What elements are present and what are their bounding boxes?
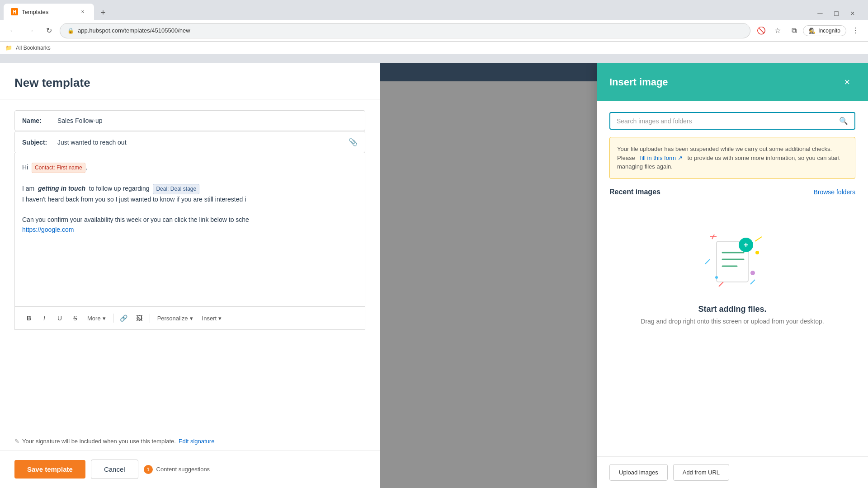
more-label: More <box>87 315 101 322</box>
content-suggestions-label: Content suggestions <box>156 466 210 473</box>
email-body[interactable]: Hi Contact: First name, I am getting in … <box>14 153 365 307</box>
browser-toolbar: ← → ↻ 🔒 app.hubspot.com/templates/451055… <box>0 20 868 42</box>
panel-body: 🔍 Your file uploader has been suspended … <box>597 101 868 456</box>
tab-close-button[interactable]: × <box>79 8 87 16</box>
body-bold-italic: getting in touch <box>38 185 85 192</box>
bold-button[interactable]: B <box>22 311 36 325</box>
panel-footer: Upload images Add from URL <box>597 456 868 488</box>
subject-label: Subject: <box>22 139 54 146</box>
body-text4: Can you confirm your availability this w… <box>22 215 358 225</box>
svg-point-8 <box>755 251 759 254</box>
greeting-text: Hi <box>22 164 28 171</box>
cancel-button[interactable]: Cancel <box>91 460 138 479</box>
eyeoff-icon[interactable]: 🚫 <box>754 23 769 38</box>
deal-token: Deal: Deal stage <box>153 184 199 194</box>
name-value: Sales Follow-up <box>57 117 358 124</box>
browse-folders-link[interactable]: Browse folders <box>813 188 855 196</box>
tab-bar: H Templates × + ─ □ × <box>0 0 868 20</box>
subject-field[interactable]: Subject: Just wanted to reach out 📎 <box>14 131 365 153</box>
content-suggestions[interactable]: 1 Content suggestions <box>144 465 210 474</box>
personalize-label: Personalize <box>157 315 188 322</box>
insert-image-panel: Insert image × 🔍 Your file uploader has … <box>597 63 868 488</box>
signature-text: Your signature will be included when you… <box>22 438 176 445</box>
maximize-button[interactable]: □ <box>830 7 843 20</box>
toolbar-separator-2 <box>150 314 150 323</box>
toolbar-separator-1 <box>113 314 113 323</box>
link-button[interactable]: 🔗 <box>117 311 131 325</box>
svg-line-11 <box>755 237 762 241</box>
address-bar[interactable]: 🔒 app.hubspot.com/templates/45105500/new <box>60 23 750 38</box>
svg-text:+: + <box>744 240 749 249</box>
empty-state: + Start adding files. <box>609 205 855 343</box>
insert-dropdown[interactable]: Insert ▾ <box>198 313 226 324</box>
empty-illustration: + <box>696 223 769 296</box>
modal-header: New template <box>0 63 380 99</box>
new-tab-button[interactable]: + <box>96 5 110 20</box>
image-button[interactable]: 🖼 <box>132 311 146 325</box>
search-icon: 🔍 <box>839 117 848 125</box>
bookmarks-label: All Bookmarks <box>16 45 51 51</box>
tab-title: Templates <box>22 9 48 15</box>
refresh-button[interactable]: ↻ <box>42 23 56 38</box>
more-dropdown[interactable]: More ▾ <box>84 313 109 324</box>
fill-form-link[interactable]: fill in this form ↗ <box>638 155 684 161</box>
fill-form-text: fill in this form <box>640 155 676 161</box>
svg-point-9 <box>715 276 718 279</box>
save-template-button[interactable]: Save template <box>14 460 85 479</box>
modal-footer: Save template Cancel 1 Content suggestio… <box>0 450 380 488</box>
main-content: You have 13 days left in y New template … <box>0 63 868 488</box>
italic-button[interactable]: I <box>38 311 51 325</box>
active-tab[interactable]: H Templates × <box>4 4 94 20</box>
svg-line-14 <box>750 280 755 284</box>
recent-images-header: Recent images Browse folders <box>609 188 855 196</box>
more-chevron-icon: ▾ <box>103 315 106 322</box>
insert-label: Insert <box>202 315 217 322</box>
empty-title: Start adding files. <box>698 305 766 314</box>
forward-button[interactable]: → <box>24 23 38 38</box>
subject-value: Just wanted to reach out <box>57 139 345 146</box>
split-view-icon[interactable]: ⧉ <box>787 23 801 38</box>
content-suggestions-badge: 1 <box>144 465 153 474</box>
url-text: app.hubspot.com/templates/45105500/new <box>78 27 743 34</box>
personalize-dropdown[interactable]: Personalize ▾ <box>154 313 197 324</box>
panel-header: Insert image × <box>597 63 868 101</box>
external-link-icon: ↗ <box>678 155 683 161</box>
personalize-chevron-icon: ▾ <box>190 315 193 322</box>
minimize-button[interactable]: ─ <box>814 7 826 20</box>
search-bar[interactable]: 🔍 <box>609 112 855 130</box>
attachment-icon[interactable]: 📎 <box>349 138 358 146</box>
bookmark-icon[interactable]: ☆ <box>770 23 785 38</box>
search-input[interactable] <box>617 117 835 125</box>
edit-signature-link[interactable]: Edit signature <box>179 438 215 445</box>
bookmarks-bar: 📁 All Bookmarks <box>0 42 868 54</box>
signature-icon: ✎ <box>14 438 19 445</box>
underline-button[interactable]: U <box>53 311 66 325</box>
empty-subtitle: Drag and drop right onto this screen or … <box>641 318 824 325</box>
insert-chevron-icon: ▾ <box>218 315 222 322</box>
svg-line-12 <box>705 259 710 264</box>
strikethrough-button[interactable]: S̶ <box>68 311 82 325</box>
name-field[interactable]: Name: Sales Follow-up <box>14 110 365 131</box>
body-text1: I am <box>22 185 34 192</box>
incognito-button[interactable]: 🕵 Incognito <box>803 25 846 36</box>
recent-images-title: Recent images <box>609 188 660 196</box>
body-text2: to follow up regarding <box>89 185 150 192</box>
back-button[interactable]: ← <box>5 23 20 38</box>
close-window-button[interactable]: × <box>846 7 859 20</box>
menu-button[interactable]: ⋮ <box>848 23 863 38</box>
bookmarks-folder-icon: 📁 <box>5 45 12 51</box>
lock-icon: 🔒 <box>67 28 74 34</box>
add-from-url-button[interactable]: Add from URL <box>673 464 729 481</box>
body-link[interactable]: https://google.com <box>22 226 74 233</box>
new-template-modal: New template Name: Sales Follow-up Subje… <box>0 63 380 488</box>
panel-close-button[interactable]: × <box>839 74 855 90</box>
modal-body: Name: Sales Follow-up Subject: Just want… <box>0 99 380 432</box>
upload-images-button[interactable]: Upload images <box>609 464 668 481</box>
warning-box: Your file uploader has been suspended wh… <box>609 137 855 179</box>
incognito-icon: 🕵 <box>809 28 816 34</box>
editor-toolbar: B I U S̶ More ▾ 🔗 🖼 Personalize ▾ Insert <box>14 307 365 330</box>
modal-title: New template <box>14 76 365 90</box>
body-text3: I haven't heard back from you so I just … <box>22 194 358 204</box>
panel-title: Insert image <box>609 76 668 88</box>
incognito-label: Incognito <box>818 28 840 34</box>
